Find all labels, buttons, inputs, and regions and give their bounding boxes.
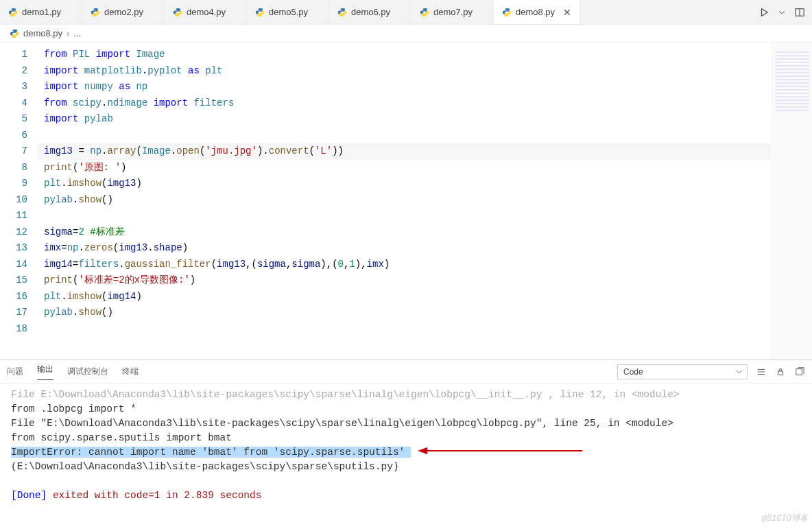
bottom-panel: 问题 输出 调试控制台 终端 Code File E:\Download\Ana… [0, 360, 812, 529]
clear-output-icon[interactable] [756, 366, 767, 377]
panel-tab-terminal[interactable]: 终端 [122, 366, 139, 377]
code-line[interactable]: pylab.show() [37, 192, 771, 209]
svg-point-16 [12, 30, 13, 31]
line-number: 8 [0, 160, 27, 176]
svg-point-7 [261, 14, 262, 15]
tab-demo2[interactable]: demo2.py [82, 0, 165, 24]
line-number: 4 [0, 95, 27, 112]
output-done-line: [Done] exited with code=1 in 2.839 secon… [11, 489, 805, 503]
svg-point-13 [508, 14, 509, 15]
line-number: 1 [0, 47, 27, 63]
tab-demo8[interactable]: demo8.py ✕ [494, 0, 580, 24]
tab-label: demo6.py [351, 7, 390, 17]
tab-label: demo4.py [187, 7, 226, 17]
watermark: @51CTO博客 [762, 512, 808, 526]
close-icon[interactable]: ✕ [563, 7, 571, 18]
line-number: 17 [0, 305, 27, 321]
chevron-down-icon[interactable] [776, 7, 787, 18]
svg-point-8 [340, 9, 341, 10]
breadcrumb[interactable]: demo8.py › ... [0, 25, 812, 43]
code-line[interactable]: plt.imshow(img14) [37, 289, 771, 305]
panel-tab-problems[interactable]: 问题 [7, 366, 23, 377]
code-line[interactable]: sigma=2 #标准差 [37, 224, 771, 241]
line-gutter: 123456789101112131415161718 [0, 43, 37, 360]
code-line[interactable]: import matplotlib.pyplot as plt [37, 63, 771, 80]
code-line[interactable]: from PIL import Image [37, 47, 771, 63]
line-number: 5 [0, 111, 27, 128]
code-area[interactable]: from PIL import Imageimport matplotlib.p… [37, 43, 771, 360]
python-icon [255, 8, 265, 17]
svg-point-11 [426, 14, 427, 15]
output-line: from scipy.sparse.sputils import bmat [11, 431, 805, 445]
svg-point-2 [93, 9, 94, 10]
output-line: File "E:\Download\Anaconda3\lib\site-pac… [11, 416, 805, 431]
tab-label: demo5.py [269, 7, 308, 17]
python-icon [337, 8, 347, 17]
svg-point-6 [258, 9, 259, 10]
line-number: 10 [0, 192, 27, 209]
svg-point-12 [505, 9, 505, 10]
line-number: 9 [0, 176, 27, 192]
svg-point-4 [176, 9, 176, 10]
line-number: 11 [0, 208, 27, 224]
output-line: from .lobpcg import * [11, 402, 805, 416]
svg-point-0 [11, 9, 12, 10]
breadcrumb-file: demo8.py [23, 28, 62, 38]
code-line[interactable] [37, 128, 771, 144]
line-number: 6 [0, 128, 27, 144]
code-line[interactable]: pylab.show() [37, 305, 771, 321]
tab-demo1[interactable]: demo1.py [0, 0, 82, 24]
panel-tab-output[interactable]: 输出 [37, 364, 53, 380]
code-line[interactable]: from scipy.ndimage import filters [37, 95, 771, 112]
panel-tabs: 问题 输出 调试控制台 终端 Code [0, 360, 812, 384]
code-line[interactable]: import pylab [37, 111, 771, 128]
tab-label: demo1.py [22, 7, 61, 17]
editor[interactable]: 123456789101112131415161718 from PIL imp… [0, 43, 812, 360]
code-line[interactable]: img13 = np.array(Image.open('jmu.jpg').c… [37, 143, 771, 160]
editor-toolbar [752, 0, 812, 24]
code-line[interactable]: plt.imshow(img13) [37, 176, 771, 192]
code-line[interactable]: img14=filters.gaussian_filter(img13,(sig… [37, 257, 771, 273]
tab-demo7[interactable]: demo7.py [411, 0, 494, 24]
minimap[interactable] [771, 43, 812, 360]
svg-rect-18 [778, 371, 783, 375]
code-line[interactable] [37, 208, 771, 224]
tab-label: demo2.py [104, 7, 143, 17]
output-line: (E:\Download\Anaconda3\lib\site-packages… [11, 460, 805, 474]
python-icon [8, 8, 18, 17]
python-icon [91, 8, 100, 17]
code-line[interactable]: imx=np.zeros(img13.shape) [37, 240, 771, 257]
code-line[interactable]: print('原图: ') [37, 160, 771, 176]
code-line[interactable]: print('标准差=2的x导数图像:') [37, 272, 771, 289]
editor-tabs: demo1.py demo2.py demo4.py demo5.py demo… [0, 0, 812, 25]
output-body[interactable]: File E:\Download\Anaconda3\lib\site-pack… [0, 384, 812, 529]
svg-rect-19 [796, 368, 802, 375]
split-editor-icon[interactable] [794, 7, 805, 18]
output-channel-select[interactable]: Code [617, 364, 748, 379]
tab-demo4[interactable]: demo4.py [165, 0, 247, 24]
svg-point-1 [14, 14, 15, 15]
chevron-down-icon [736, 368, 743, 377]
python-icon [502, 8, 512, 17]
python-icon [173, 8, 182, 17]
done-label: [Done] [11, 490, 53, 501]
done-rest: exited with code=1 in 2.839 seconds [53, 490, 262, 501]
code-line[interactable]: import numpy as np [37, 79, 771, 95]
panel-tab-debug-console[interactable]: 调试控制台 [67, 366, 108, 377]
tab-demo5[interactable]: demo5.py [247, 0, 329, 24]
open-log-icon[interactable] [794, 366, 805, 377]
line-number: 2 [0, 63, 27, 80]
output-channel-label: Code [623, 367, 643, 377]
run-icon[interactable] [759, 7, 769, 18]
code-line[interactable] [37, 321, 771, 338]
line-number: 7 [0, 143, 27, 160]
svg-point-3 [97, 14, 97, 15]
line-number: 16 [0, 289, 27, 305]
lock-scroll-icon[interactable] [775, 366, 786, 377]
line-number: 14 [0, 257, 27, 273]
line-number: 3 [0, 79, 27, 95]
tab-demo6[interactable]: demo6.py [329, 0, 411, 24]
line-number: 12 [0, 224, 27, 241]
breadcrumb-sep: › [67, 28, 69, 38]
error-highlight: ImportError: cannot import name 'bmat' f… [11, 447, 411, 458]
